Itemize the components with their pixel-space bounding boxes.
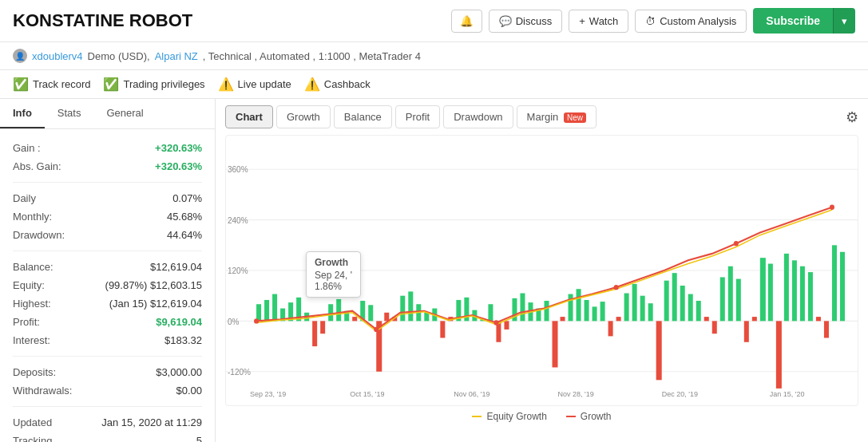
svg-rect-77 (744, 321, 749, 341)
broker-link[interactable]: Alpari NZ (155, 50, 198, 62)
interest-value: $183.32 (164, 334, 202, 346)
chart-tab-profit[interactable]: Profit (395, 105, 440, 128)
svg-point-91 (374, 327, 379, 332)
svg-text:-120%: -120% (228, 368, 251, 377)
page-title: KONSTATINE ROBOT (13, 10, 192, 31)
monthly-value: 45.68% (167, 211, 202, 223)
svg-text:Nov 06, '19: Nov 06, '19 (454, 390, 489, 398)
divider-4 (13, 406, 202, 407)
gain-label: Gain : (13, 142, 41, 154)
daily-value: 0.07% (172, 192, 202, 204)
info-panel: Gain : +320.63% Abs. Gain: +320.63% Dail… (0, 129, 215, 442)
svg-rect-78 (752, 317, 757, 321)
badges-row: ✅ Track record ✅ Trading privileges ⚠️ L… (0, 70, 868, 99)
chart-tab-margin[interactable]: Margin New (517, 105, 597, 128)
chart-area: 360% 240% 120% 0% -120% Sep 23, '19 Oct … (225, 135, 858, 406)
tab-general[interactable]: General (93, 99, 156, 128)
chart-tab-chart[interactable]: Chart (225, 105, 273, 128)
svg-rect-70 (688, 294, 693, 322)
tracking-row: Tracking 5 (13, 432, 202, 442)
filter-icon[interactable]: ⚙ (846, 109, 858, 126)
user-link[interactable]: xdoublerv4 (32, 50, 83, 62)
svg-rect-37 (424, 313, 429, 322)
svg-rect-56 (577, 289, 581, 321)
svg-rect-16 (256, 304, 261, 321)
svg-rect-34 (400, 296, 405, 322)
chart-tabs: Chart Growth Balance Profit Drawdown Mar… (225, 105, 858, 128)
watch-button[interactable]: + Watch (569, 10, 628, 33)
chart-tabs-left: Chart Growth Balance Profit Drawdown Mar… (225, 105, 597, 128)
discuss-button[interactable]: 💬 Discuss (489, 10, 563, 33)
svg-rect-23 (312, 321, 317, 346)
svg-rect-24 (320, 321, 325, 333)
svg-rect-85 (808, 272, 813, 321)
highest-row: Highest: (Jan 15) $12,619.04 (13, 294, 202, 313)
divider-3 (13, 356, 202, 357)
svg-rect-54 (561, 317, 565, 321)
subscribe-button-group: Subscribe ▾ (753, 8, 855, 34)
svg-rect-81 (776, 321, 782, 389)
chart-tab-growth[interactable]: Growth (276, 105, 331, 128)
svg-rect-76 (736, 279, 741, 322)
svg-rect-17 (264, 300, 269, 321)
svg-text:0%: 0% (228, 317, 239, 326)
chart-tab-balance[interactable]: Balance (334, 105, 392, 128)
svg-text:Oct 15, '19: Oct 15, '19 (350, 390, 384, 398)
balance-row: Balance: $12,619.04 (13, 258, 202, 276)
custom-analysis-button[interactable]: ⏱ Custom Analysis (635, 10, 747, 33)
svg-rect-73 (712, 321, 717, 333)
svg-text:240%: 240% (228, 216, 248, 225)
svg-rect-66 (656, 321, 662, 380)
account-type: Demo (USD), (88, 50, 150, 62)
deposits-row: Deposits: $3,000.00 (13, 363, 202, 381)
withdrawals-value: $0.00 (176, 385, 202, 397)
daily-label: Daily (13, 192, 36, 204)
equity-row: Equity: (99.87%) $12,603.15 (13, 276, 202, 294)
svg-rect-65 (648, 303, 653, 321)
svg-text:360%: 360% (228, 165, 248, 174)
svg-rect-47 (504, 321, 509, 330)
tab-stats[interactable]: Stats (45, 99, 94, 128)
svg-rect-75 (728, 266, 733, 322)
legend-equity-growth: Equity Growth (472, 411, 546, 422)
growth-line-icon (566, 416, 576, 417)
growth-label: Growth (581, 411, 612, 422)
svg-point-93 (614, 285, 619, 290)
divider-1 (13, 182, 202, 183)
svg-rect-25 (328, 304, 333, 321)
withdrawals-label: Withdrawals: (13, 385, 72, 397)
abs-gain-row: Abs. Gain: +320.63% (13, 157, 202, 176)
svg-point-90 (254, 318, 259, 323)
tab-info[interactable]: Info (0, 99, 45, 128)
left-panel: Info Stats General Gain : +320.63% Abs. … (0, 99, 216, 442)
gain-row: Gain : +320.63% (13, 139, 202, 157)
highest-value: (Jan 15) $12,619.04 (109, 298, 202, 310)
equity-label: Equity: (13, 279, 45, 291)
badges-left: ✅ Track record ✅ Trading privileges ⚠️ L… (13, 77, 371, 92)
right-panel: Chart Growth Balance Profit Drawdown Mar… (216, 99, 868, 442)
svg-rect-89 (840, 252, 845, 322)
svg-rect-87 (824, 321, 829, 337)
discuss-icon: 💬 (499, 15, 512, 27)
svg-rect-28 (352, 317, 357, 321)
gain-value: +320.63% (155, 142, 202, 154)
notification-button[interactable]: 🔔 (451, 10, 482, 33)
warn-icon-cashback: ⚠️ (304, 77, 320, 92)
svg-rect-45 (488, 304, 493, 321)
svg-rect-83 (792, 260, 797, 321)
badge-trading-privileges: ✅ Trading privileges (103, 77, 204, 92)
drawdown-value: 44.64% (167, 229, 202, 241)
svg-rect-62 (624, 294, 629, 322)
chart-tab-drawdown[interactable]: Drawdown (443, 105, 513, 128)
balance-value: $12,619.04 (150, 261, 202, 273)
svg-rect-72 (704, 317, 709, 321)
tooltip-title: Growth (315, 257, 352, 268)
legend-growth: Growth (566, 411, 612, 422)
svg-rect-58 (593, 306, 597, 321)
subscribe-button[interactable]: Subscribe (753, 8, 833, 34)
subscribe-dropdown-button[interactable]: ▾ (833, 8, 855, 34)
chart-tooltip: Growth Sep 24, ' 1.86% (306, 251, 361, 298)
analysis-icon: ⏱ (645, 15, 656, 27)
svg-rect-53 (553, 321, 558, 367)
svg-rect-30 (368, 305, 373, 321)
